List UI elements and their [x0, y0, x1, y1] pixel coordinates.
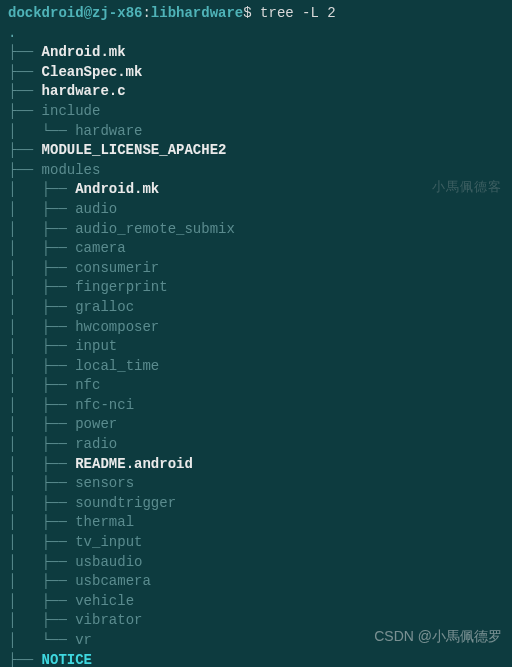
- tree-branch: ├──: [8, 64, 42, 80]
- tree-line: │ ├── usbcamera: [8, 572, 504, 592]
- tree-line: │ ├── hwcomposer: [8, 318, 504, 338]
- tree-branch: │ ├──: [8, 534, 75, 550]
- tree-line: ├── modules: [8, 161, 504, 181]
- tree-line: ├── MODULE_LICENSE_APACHE2: [8, 141, 504, 161]
- tree-entry: sensors: [75, 475, 134, 491]
- tree-branch: │ ├──: [8, 338, 75, 354]
- tree-branch: ├──: [8, 162, 42, 178]
- tree-entry: CleanSpec.mk: [42, 64, 143, 80]
- tree-branch: ├──: [8, 103, 42, 119]
- tree-line: │ ├── vehicle: [8, 592, 504, 612]
- tree-output: ├── Android.mk├── CleanSpec.mk├── hardwa…: [8, 43, 504, 667]
- prompt-at: @: [84, 5, 92, 21]
- tree-branch: │ ├──: [8, 593, 75, 609]
- tree-entry: audio: [75, 201, 117, 217]
- tree-branch: │ ├──: [8, 456, 75, 472]
- tree-line: │ ├── power: [8, 415, 504, 435]
- tree-entry: hwcomposer: [75, 319, 159, 335]
- tree-entry: NOTICE: [42, 652, 92, 667]
- tree-line: │ ├── nfc: [8, 376, 504, 396]
- tree-branch: │ ├──: [8, 416, 75, 432]
- tree-line: │ ├── README.android: [8, 455, 504, 475]
- tree-line: │ ├── gralloc: [8, 298, 504, 318]
- tree-entry: Android.mk: [75, 181, 159, 197]
- tree-line: ├── Android.mk: [8, 43, 504, 63]
- command-option: -L 2: [302, 5, 336, 21]
- tree-entry: input: [75, 338, 117, 354]
- prompt-user: dockdroid: [8, 5, 84, 21]
- tree-line: │ ├── consumerir: [8, 259, 504, 279]
- prompt-colon: :: [142, 5, 150, 21]
- tree-entry: gralloc: [75, 299, 134, 315]
- tree-branch: │ ├──: [8, 240, 75, 256]
- tree-line: │ ├── fingerprint: [8, 278, 504, 298]
- tree-line: │ ├── thermal: [8, 513, 504, 533]
- tree-branch: │ ├──: [8, 514, 75, 530]
- tree-line: │ ├── camera: [8, 239, 504, 259]
- tree-line: │ ├── local_time: [8, 357, 504, 377]
- prompt-path: libhardware: [151, 5, 243, 21]
- tree-branch: │ ├──: [8, 221, 75, 237]
- tree-branch: │ ├──: [8, 554, 75, 570]
- tree-branch: ├──: [8, 44, 42, 60]
- terminal-prompt: dockdroid@zj-x86:libhardware$ tree -L 2: [8, 4, 504, 24]
- tree-entry: modules: [42, 162, 101, 178]
- tree-entry: vr: [75, 632, 92, 648]
- tree-entry: consumerir: [75, 260, 159, 276]
- tree-entry: audio_remote_submix: [75, 221, 235, 237]
- tree-entry: hardware.c: [42, 83, 126, 99]
- tree-branch: ├──: [8, 652, 42, 667]
- watermark-bottom: CSDN @小馬佩德罗: [374, 627, 502, 647]
- tree-branch: ├──: [8, 142, 42, 158]
- tree-entry: vehicle: [75, 593, 134, 609]
- tree-branch: │ ├──: [8, 436, 75, 452]
- tree-line: ├── hardware.c: [8, 82, 504, 102]
- tree-branch: │ └──: [8, 632, 75, 648]
- tree-branch: │ ├──: [8, 279, 75, 295]
- tree-line: │ ├── usbaudio: [8, 553, 504, 573]
- tree-entry: nfc: [75, 377, 100, 393]
- tree-entry: include: [42, 103, 101, 119]
- tree-branch: │ ├──: [8, 475, 75, 491]
- tree-branch: │ ├──: [8, 358, 75, 374]
- tree-entry: fingerprint: [75, 279, 167, 295]
- tree-entry: usbcamera: [75, 573, 151, 589]
- tree-branch: │ ├──: [8, 397, 75, 413]
- tree-entry: radio: [75, 436, 117, 452]
- tree-branch: │ ├──: [8, 319, 75, 335]
- tree-entry: hardware: [75, 123, 142, 139]
- tree-entry: tv_input: [75, 534, 142, 550]
- tree-line: ├── CleanSpec.mk: [8, 63, 504, 83]
- tree-branch: │ ├──: [8, 573, 75, 589]
- tree-root-dot: .: [8, 24, 504, 44]
- tree-branch: │ ├──: [8, 201, 75, 217]
- command: tree: [260, 5, 294, 21]
- tree-line: │ ├── input: [8, 337, 504, 357]
- prompt-dollar: $: [243, 5, 251, 21]
- tree-entry: MODULE_LICENSE_APACHE2: [42, 142, 227, 158]
- tree-entry: local_time: [75, 358, 159, 374]
- tree-entry: README.android: [75, 456, 193, 472]
- tree-entry: power: [75, 416, 117, 432]
- tree-line: │ └── hardware: [8, 122, 504, 142]
- tree-line: │ ├── soundtrigger: [8, 494, 504, 514]
- tree-line: ├── NOTICE: [8, 651, 504, 667]
- tree-entry: thermal: [75, 514, 134, 530]
- tree-entry: nfc-nci: [75, 397, 134, 413]
- tree-branch: │ ├──: [8, 612, 75, 628]
- tree-line: │ ├── nfc-nci: [8, 396, 504, 416]
- tree-line: │ ├── audio_remote_submix: [8, 220, 504, 240]
- tree-line: │ ├── radio: [8, 435, 504, 455]
- tree-line: ├── include: [8, 102, 504, 122]
- tree-entry: soundtrigger: [75, 495, 176, 511]
- tree-entry: Android.mk: [42, 44, 126, 60]
- tree-entry: camera: [75, 240, 125, 256]
- tree-line: │ ├── sensors: [8, 474, 504, 494]
- tree-branch: │ ├──: [8, 377, 75, 393]
- tree-line: │ ├── audio: [8, 200, 504, 220]
- tree-branch: │ ├──: [8, 299, 75, 315]
- tree-branch: │ ├──: [8, 260, 75, 276]
- watermark-side: 小馬佩德客: [432, 178, 502, 196]
- tree-branch: │ ├──: [8, 495, 75, 511]
- tree-entry: usbaudio: [75, 554, 142, 570]
